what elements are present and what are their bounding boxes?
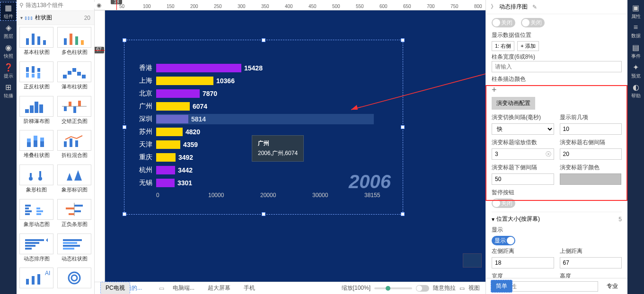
font-color-picker[interactable] [560,173,621,185]
mode-simple[interactable]: 简单 [491,280,512,293]
bottom-gap-input[interactable] [492,173,554,185]
top-input[interactable] [560,257,622,268]
scale-input[interactable] [492,148,554,160]
component-card[interactable]: 交错正负图 [56,96,92,129]
show-toggle[interactable]: 显示 [492,236,515,245]
component-card[interactable]: 动态柱状图 [56,233,92,266]
add-position-button[interactable]: + 添加 [517,41,538,51]
tab-bigscreen[interactable]: 超大屏幕 [203,282,235,294]
collapse-icon[interactable]: 》 [491,3,496,11]
svg-rect-19 [25,109,29,113]
nav-carousel[interactable]: ⊞轮播 [0,81,17,100]
bar-width-input[interactable] [492,61,622,72]
tab-pctv[interactable]: PC电视 [100,282,130,294]
ruler-tick: 750 [450,4,459,9]
label-show: 显示 [492,226,622,234]
section-position[interactable]: ▾ 位置大小(按屏幕) 5 [492,212,622,226]
mode-pro[interactable]: 专业 [602,280,623,292]
drag-label: 随意拖拉 [433,284,456,292]
resize-handle-ne[interactable] [401,38,405,42]
nav-preview[interactable]: ✦预览 [627,61,644,80]
zoom-slider[interactable] [374,287,412,289]
clear-icon[interactable]: ⓧ [546,150,551,158]
resize-handle-w[interactable] [123,125,126,129]
interval-select[interactable]: 快 [492,123,554,135]
component-card[interactable]: 瀑布柱状图 [56,61,92,94]
chart-tooltip: 广州 2006,广州,6074 [252,135,304,162]
resize-handle-nw[interactable] [123,38,126,42]
minimap[interactable] [463,253,482,268]
anim-config-button[interactable]: 演变动画配置 [492,97,535,110]
component-card[interactable]: 正反柱状图 [18,61,54,94]
component-card[interactable]: 象形动态图 [18,199,54,232]
svg-rect-36 [75,140,78,147]
component-card[interactable]: 基本柱状图 [18,27,54,60]
component-card[interactable]: 折柱混合图 [56,130,92,163]
svg-rect-9 [26,73,29,78]
ruler-horizontal: ◉ 18 50100150200250300350400450500550600… [95,0,485,10]
component-card[interactable]: 多色柱状图 [56,27,92,60]
edit-icon[interactable]: ✎ [532,4,537,10]
axis-tick: 20000 [260,192,312,199]
canvas-area: ◉ 18 50100150200250300350400450500550600… [95,0,485,294]
category-header[interactable]: ▾ ⫾⫾⫾ 柱状图 20 [17,11,94,25]
resize-handle-sw[interactable] [123,212,126,216]
component-card[interactable]: 堆叠柱状图 [18,130,54,163]
eye-icon[interactable]: ◉ [97,2,101,9]
position-value[interactable]: 1: 右侧 [492,41,514,51]
svg-rect-44 [25,210,32,212]
topn-input[interactable] [560,123,622,135]
right-gap-input[interactable] [560,148,622,160]
svg-rect-50 [74,205,83,207]
component-card[interactable] [56,268,92,292]
svg-rect-18 [82,75,86,78]
toggle-1[interactable]: 关闭 [492,18,515,27]
resize-handle-e[interactable] [401,125,405,129]
resize-handle-se[interactable] [401,212,405,216]
component-card[interactable]: AI [18,268,54,292]
toggle-2[interactable]: 关闭 [521,18,545,27]
component-card[interactable]: 象形标识图 [56,164,92,197]
component-thumb [57,199,91,220]
pause-toggle[interactable]: 关闭 [492,199,515,208]
svg-rect-2 [37,36,40,45]
component-grid: 基本柱状图多色柱状图正反柱状图瀑布柱状图阶梯瀑布图交错正负图堆叠柱状图折柱混合图… [17,25,94,294]
nav-events[interactable]: ▤事件 [627,42,644,61]
nav-help[interactable]: ◐帮助 [627,81,644,100]
right-nav: ▣属性 ≡数据 ▤事件 ✦预览 ◐帮助 [627,0,644,294]
nav-snapshot[interactable]: ◉快照 [0,42,17,61]
cube-icon: ▦ [5,3,12,12]
left-input[interactable] [492,257,554,268]
component-card[interactable]: 阶梯瀑布图 [18,96,54,129]
component-card[interactable]: 象形柱图 [18,164,54,197]
canvas-stage[interactable]: 香港15428上海10366北京7870广州6074深圳5814苏州4820天津… [105,10,485,282]
resize-handle-s[interactable] [262,212,265,216]
component-name: 交错正负图 [62,118,88,125]
svg-rect-25 [73,106,76,113]
view-label[interactable]: 视图 [468,284,480,292]
nav-layers[interactable]: ◈图层 [0,22,17,41]
section-position-count: 5 [618,216,622,223]
add-stroke-button[interactable]: + [492,83,622,97]
nav-tips[interactable]: ❓提示 [0,61,17,80]
component-thumb [57,130,91,151]
component-card[interactable]: 动态排序图 [18,233,54,266]
tab-mobile[interactable]: 手机 [239,282,260,294]
svg-rect-48 [36,210,43,212]
help-icon: ◐ [633,83,639,92]
chevron-down-icon: ▾ [20,15,23,20]
tab-desktop[interactable]: 电脑端... [168,282,199,294]
ruler-v-cursor [95,50,105,51]
svg-rect-60 [63,239,82,241]
search-input[interactable] [26,2,97,9]
nav-components[interactable]: ▦组件 [0,2,17,21]
drag-toggle[interactable] [416,285,429,292]
nav-data[interactable]: ≡数据 [627,22,644,41]
bar-rect [156,128,183,136]
svg-rect-61 [63,242,77,244]
camera-icon: ◉ [5,43,12,52]
chart-bar-row: 北京7870 [133,87,263,100]
resize-handle-n[interactable] [262,38,265,42]
component-card[interactable]: 正负条形图 [56,199,92,232]
nav-props[interactable]: ▣属性 [627,2,644,21]
